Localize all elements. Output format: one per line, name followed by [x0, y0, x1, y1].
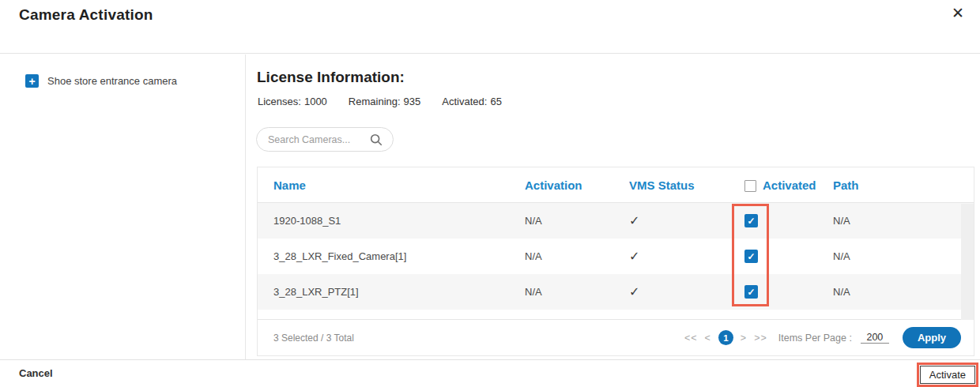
dialog-action-bar: Cancel Activate — [0, 359, 980, 387]
activated-value: 65 — [490, 96, 501, 107]
search-icon[interactable] — [369, 133, 383, 147]
table-spacer — [258, 310, 974, 319]
column-header-activation[interactable]: Activation — [525, 178, 629, 192]
camera-sidebar: + Shoe store entrance camera — [0, 54, 246, 359]
activated-checkbox[interactable]: ✓ — [744, 285, 758, 299]
select-all-checkbox[interactable] — [744, 180, 756, 192]
column-header-vms-status[interactable]: VMS Status — [629, 178, 744, 192]
cell-activated: ✓ — [744, 285, 833, 299]
table-row[interactable]: 3_28_LXR_Fixed_Camera[1] N/A ✓ ✓ N/A — [258, 239, 974, 274]
cell-name: 3_28_LXR_PTZ[1] — [258, 286, 525, 298]
apply-button[interactable]: Apply — [903, 327, 961, 348]
remaining-value: 935 — [404, 96, 421, 107]
dialog-header: Camera Activation ✕ — [0, 0, 980, 54]
last-page-button[interactable]: >> — [754, 333, 767, 344]
column-header-activated: Activated — [744, 178, 833, 192]
cell-vms-status: ✓ — [629, 284, 744, 299]
cell-activated: ✓ — [744, 214, 833, 227]
vms-check-icon: ✓ — [629, 214, 639, 227]
cell-vms-status: ✓ — [629, 213, 744, 228]
activated-checkbox[interactable]: ✓ — [744, 214, 758, 227]
table-row[interactable]: 1920-1088_S1 N/A ✓ ✓ N/A — [258, 203, 974, 239]
cell-vms-status: ✓ — [629, 249, 744, 264]
cell-activation: N/A — [525, 286, 629, 298]
cell-path: N/A — [833, 250, 974, 262]
cameras-table: Name Activation VMS Status Activated Pat… — [257, 167, 974, 356]
table-footer: 3 Selected / 3 Total << < 1 > >> Items P… — [258, 319, 974, 355]
license-heading: License Information: — [257, 69, 405, 86]
cell-activated: ✓ — [744, 250, 833, 263]
cell-path: N/A — [833, 286, 974, 298]
next-page-button[interactable]: > — [741, 333, 747, 344]
first-page-button[interactable]: << — [684, 333, 698, 344]
cell-activation: N/A — [525, 250, 629, 262]
column-header-name[interactable]: Name — [258, 178, 525, 192]
activated-checkbox[interactable]: ✓ — [744, 250, 758, 263]
cell-name: 1920-1088_S1 — [258, 215, 525, 227]
search-box — [256, 127, 394, 152]
plus-icon: + — [25, 74, 39, 88]
camera-activation-dialog: { "dialog": { "title": "Camera Activatio… — [0, 0, 980, 387]
licenses-stat: Licenses: 1000 — [258, 96, 327, 107]
remaining-stat: Remaining: 935 — [349, 96, 420, 107]
cancel-button[interactable]: Cancel — [19, 367, 53, 379]
vms-check-icon: ✓ — [629, 250, 639, 263]
table-scrollbar[interactable] — [961, 204, 974, 320]
activated-stat: Activated: 65 — [442, 96, 502, 107]
checkmark-icon: ✓ — [747, 216, 755, 226]
items-per-page-label: Items Per Page : — [778, 333, 852, 344]
items-per-page-input[interactable] — [861, 332, 889, 344]
cell-activation: N/A — [525, 215, 629, 227]
current-page-button[interactable]: 1 — [718, 330, 733, 345]
license-stats: Licenses: 1000 Remaining: 935 Activated:… — [258, 96, 502, 107]
camera-name-label: Shoe store entrance camera — [47, 75, 177, 87]
activated-label: Activated: — [442, 96, 487, 107]
sidebar-item-camera[interactable]: + Shoe store entrance camera — [25, 74, 177, 88]
main-panel: License Information: Licenses: 1000 Rema… — [246, 54, 980, 359]
activate-highlight-annotation: Activate — [917, 363, 978, 387]
checkmark-icon: ✓ — [747, 252, 755, 261]
checkmark-icon: ✓ — [747, 287, 755, 297]
licenses-label: Licenses: — [258, 96, 301, 107]
column-header-path[interactable]: Path — [833, 178, 974, 192]
pagination: << < 1 > >> Items Per Page : Apply — [684, 327, 961, 348]
cell-name: 3_28_LXR_Fixed_Camera[1] — [258, 250, 525, 262]
activated-column-label[interactable]: Activated — [763, 178, 816, 192]
search-input[interactable] — [268, 134, 369, 145]
licenses-value: 1000 — [304, 96, 327, 107]
vms-check-icon: ✓ — [629, 285, 639, 299]
table-row[interactable]: 3_28_LXR_PTZ[1] N/A ✓ ✓ N/A — [258, 274, 974, 310]
activate-button[interactable]: Activate — [920, 366, 975, 384]
selection-summary: 3 Selected / 3 Total — [273, 333, 354, 344]
close-icon[interactable]: ✕ — [945, 2, 971, 26]
remaining-label: Remaining: — [349, 96, 401, 107]
cell-path: N/A — [833, 215, 974, 227]
table-header-row: Name Activation VMS Status Activated Pat… — [258, 167, 974, 203]
dialog-title: Camera Activation — [19, 6, 153, 24]
prev-page-button[interactable]: < — [705, 333, 711, 344]
